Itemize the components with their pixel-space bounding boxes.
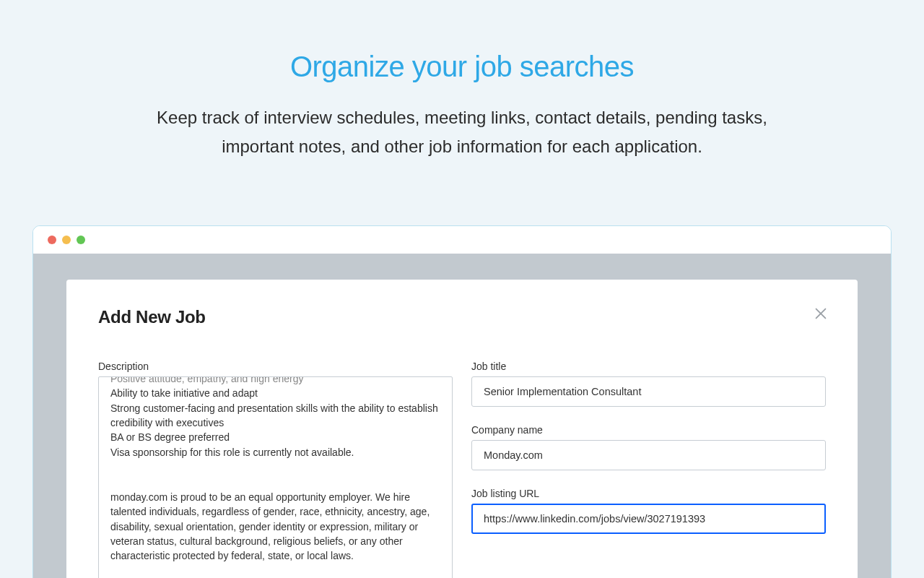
job-title-field: Job title: [471, 361, 826, 407]
description-column: Description Positive attitude, empathy, …: [98, 361, 453, 578]
job-title-input[interactable]: [471, 376, 826, 407]
window-close-dot[interactable]: [48, 236, 56, 244]
browser-window: Add New Job Description Positive attitud…: [32, 225, 892, 578]
close-icon[interactable]: [813, 306, 829, 322]
company-field: Company name: [471, 424, 826, 470]
window-titlebar: [33, 226, 891, 254]
url-field: Job listing URL: [471, 488, 826, 534]
url-label: Job listing URL: [471, 488, 826, 499]
hero-section: Organize your job searches Keep track of…: [0, 0, 924, 189]
hero-title: Organize your job searches: [87, 51, 837, 83]
fields-column: Job title Company name Job listing URL: [471, 361, 826, 578]
description-body-1: Ability to take initiative and adapt Str…: [110, 386, 440, 459]
add-job-modal: Add New Job Description Positive attitud…: [66, 280, 858, 578]
form-grid: Description Positive attitude, empathy, …: [98, 361, 826, 578]
description-line-cut: Positive attitude, empathy, and high ene…: [110, 376, 440, 386]
app-background: Add New Job Description Positive attitud…: [33, 254, 891, 578]
job-title-label: Job title: [471, 361, 826, 372]
description-label: Description: [98, 361, 453, 372]
window-maximize-dot[interactable]: [77, 236, 85, 244]
window-minimize-dot[interactable]: [62, 236, 71, 244]
description-textarea[interactable]: Positive attitude, empathy, and high ene…: [98, 376, 453, 578]
hero-subtitle: Keep track of interview schedules, meeti…: [130, 103, 794, 160]
modal-title: Add New Job: [98, 307, 826, 327]
description-body-2: monday.com is proud to be an equal oppor…: [110, 490, 440, 563]
company-label: Company name: [471, 424, 826, 436]
url-input[interactable]: [471, 504, 826, 534]
company-input[interactable]: [471, 440, 826, 470]
